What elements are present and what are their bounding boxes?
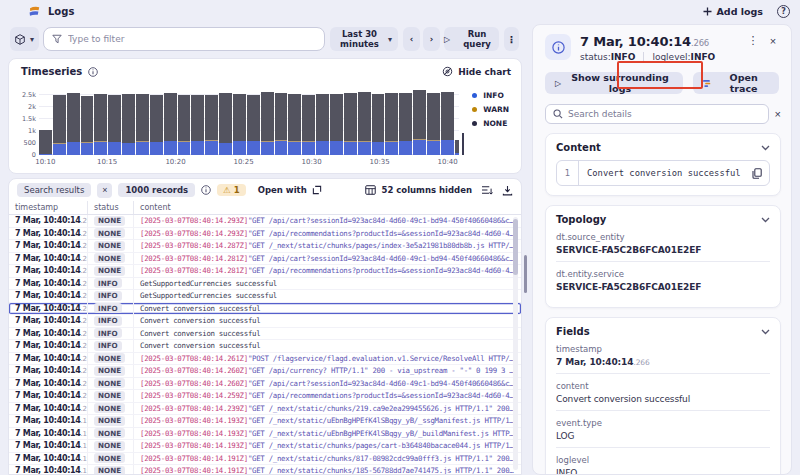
detail-field[interactable]: contentConvert conversion successful [556,373,770,410]
table-row[interactable]: 7 Mar, 10:40:14.239NONE[2025-03-07T08:40… [9,403,521,416]
content-section-header[interactable]: Content [556,142,770,153]
tab-search-results[interactable]: Search results [17,183,91,197]
column-header-status[interactable]: status [87,201,133,214]
scope-selector-button[interactable]: ▾ [10,27,39,51]
table-row[interactable]: 7 Mar, 10:40:14.281NONE[2025-03-07T08:40… [9,253,521,266]
time-prev-button[interactable]: ‹ [403,27,420,51]
legend-item-info[interactable]: INFO [472,91,509,100]
chart-bar[interactable] [53,95,66,155]
table-row[interactable]: 7 Mar, 10:40:14.266INFOGetSupportedCurre… [9,278,521,291]
chart-bar[interactable] [302,95,315,155]
chart-bar[interactable] [441,92,454,155]
show-surrounding-logs-button[interactable]: ▷ Show surrounding logs [545,72,683,94]
chart-bar[interactable] [178,95,191,155]
detail-field[interactable]: event.typeLOG [556,410,770,447]
table-scrollbar[interactable] [513,217,518,470]
detail-field[interactable]: timestamp7 Mar, 10:40:14.266 [556,337,770,373]
copy-icon[interactable] [745,168,769,179]
table-row[interactable]: 7 Mar, 10:40:14.266INFOConvert conversio… [9,315,521,328]
open-with-button[interactable]: Open with [258,185,322,195]
time-range-dropdown[interactable]: Last 30 minutes ▾ [330,27,398,51]
timeseries-chart[interactable]: 05001k1.5k2k2.5k [39,89,459,155]
chart-bar[interactable] [136,94,149,155]
chart-bar[interactable] [427,93,440,155]
chart-bar[interactable] [81,96,94,155]
fields-section-header[interactable]: Fields [556,326,770,337]
detail-close-button[interactable]: × [765,34,781,47]
hide-chart-button[interactable]: Hide chart [442,66,511,77]
table-row[interactable]: 7 Mar, 10:40:14.260NONE[2025-03-07T08:40… [9,365,521,378]
chart-bar[interactable] [150,95,163,155]
chart-bar[interactable] [247,95,260,155]
chart-bar[interactable] [191,95,204,155]
chart-bar[interactable] [67,93,80,155]
chart-bar[interactable] [372,94,385,155]
column-header-content[interactable]: content [133,201,521,214]
chart-bar[interactable] [316,94,329,155]
time-next-button[interactable]: › [423,27,440,51]
chart-bar[interactable] [219,93,232,155]
legend-item-none[interactable]: NONE [472,119,509,128]
table-row[interactable]: 7 Mar, 10:40:14.293NONE[2025-03-07T08:40… [9,215,521,228]
chart-bar[interactable] [39,130,52,155]
filter-input[interactable] [68,34,316,44]
chart-bar[interactable] [399,93,412,155]
detail-field[interactable]: loglevelINFO [556,447,770,475]
y-tick-label: 2.5k [22,91,36,99]
sort-rows-icon[interactable] [481,185,493,195]
table-row[interactable]: 7 Mar, 10:40:14.193NONE[2025-03-07T08:40… [9,415,521,428]
chart-bar[interactable] [164,93,177,155]
chart-bar[interactable] [261,92,274,155]
warning-count-badge[interactable]: ⚠ 1 [217,184,246,196]
add-logs-button[interactable]: Add logs [703,6,764,17]
legend-item-warn[interactable]: WARN [472,105,509,114]
info-icon[interactable] [201,185,211,195]
table-row[interactable]: 7 Mar, 10:40:14.293NONE[2025-03-07T08:40… [9,228,521,241]
code-line-number: 1 [557,161,579,185]
chart-bar[interactable] [330,94,343,155]
chart-bar[interactable] [455,140,459,155]
run-query-button[interactable]: ▷ Run query [444,27,499,51]
chart-bar[interactable] [413,90,426,155]
open-trace-button[interactable]: Open trace [693,72,779,94]
chart-bar[interactable] [108,95,121,155]
table-row[interactable]: 7 Mar, 10:40:14.261NONE[2025-03-07T08:40… [9,353,521,366]
query-more-options-button[interactable]: ⋮ [504,27,519,51]
detail-search-close-button[interactable]: × [775,108,781,120]
detail-field[interactable]: dt.entity.serviceSERVICE-FA5C2B6FCA01E2E… [556,261,770,298]
table-row[interactable]: 7 Mar, 10:40:14.193NONE[2025-03-07T08:40… [9,440,521,453]
chart-bar[interactable] [205,95,218,155]
chart-bar[interactable] [385,93,398,155]
chart-bar[interactable] [275,93,288,156]
table-row-selected[interactable]: 7 Mar, 10:40:14.266INFOConvert conversio… [9,303,521,316]
chart-bar[interactable] [288,94,301,155]
panel-scrollbar-thumb[interactable] [524,255,527,293]
field-value: INFO [556,468,770,475]
detail-field[interactable]: dt.source_entitySERVICE-FA5C2B6FCA01E2EF [556,225,770,261]
close-results-tab-button[interactable]: × [97,183,112,198]
chart-bar[interactable] [344,93,357,155]
columns-hidden-button[interactable]: 52 columns hidden [365,185,472,195]
table-row[interactable]: 7 Mar, 10:40:14.259NONE[2025-03-07T08:40… [9,390,521,403]
detail-more-options-button[interactable]: ⋮ [745,34,761,47]
table-row[interactable]: 7 Mar, 10:40:14.281NONE[2025-03-07T08:40… [9,265,521,278]
chart-bar[interactable] [94,94,107,155]
table-scrollbar-thumb[interactable] [513,219,518,275]
table-row[interactable]: 7 Mar, 10:40:14.193NONE[2025-03-07T08:40… [9,428,521,441]
detail-search-input[interactable] [568,109,761,119]
help-icon[interactable]: ? [777,5,790,18]
topology-section-header[interactable]: Topology [556,214,770,225]
chart-bar[interactable] [233,94,246,155]
chart-bar[interactable] [358,92,371,155]
table-row[interactable]: 7 Mar, 10:40:14.191NONE[2025-03-07T08:40… [9,465,521,475]
table-row[interactable]: 7 Mar, 10:40:14.266INFOConvert conversio… [9,340,521,353]
table-row[interactable]: 7 Mar, 10:40:14.191NONE[2025-03-07T08:40… [9,453,521,466]
info-icon[interactable] [88,67,98,77]
download-icon[interactable] [502,185,513,196]
column-header-timestamp[interactable]: timestamp [9,201,87,214]
table-row[interactable]: 7 Mar, 10:40:14.260NONE[2025-03-07T08:40… [9,378,521,391]
table-row[interactable]: 7 Mar, 10:40:14.287NONE[2025-03-07T08:40… [9,240,521,253]
table-row[interactable]: 7 Mar, 10:40:14.266INFOConvert conversio… [9,328,521,341]
chart-bar[interactable] [122,94,135,155]
table-row[interactable]: 7 Mar, 10:40:14.266INFOGetSupportedCurre… [9,290,521,303]
